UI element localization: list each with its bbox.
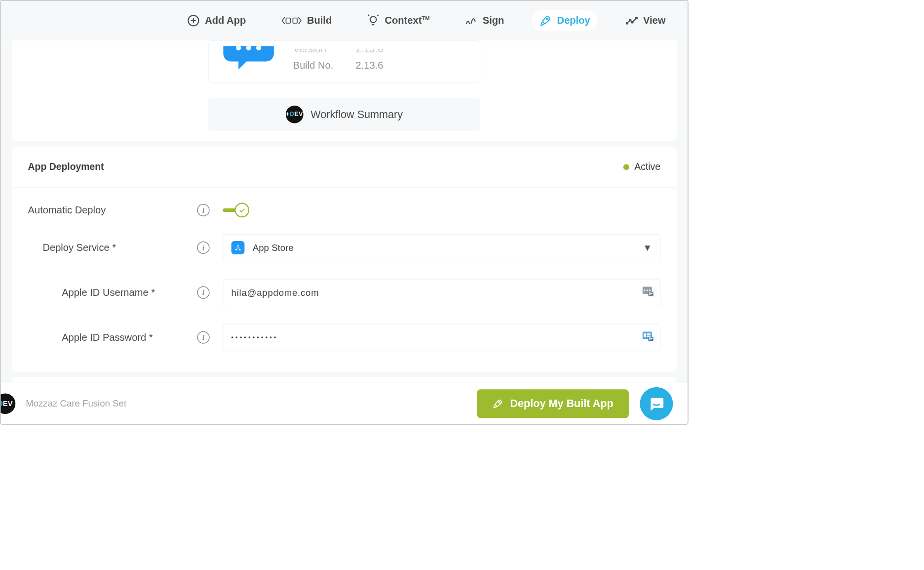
svg-point-20 — [649, 289, 651, 291]
chat-icon — [648, 395, 665, 412]
chart-icon — [625, 14, 638, 27]
row-apple-id-username: Apple ID Username i 9+ — [28, 279, 660, 306]
svg-point-29 — [499, 402, 500, 403]
nav-add-app[interactable]: Add App — [180, 10, 254, 31]
svg-point-19 — [647, 289, 648, 291]
info-icon[interactable]: i — [197, 331, 209, 344]
app-icon — [221, 46, 276, 74]
top-nav: Add App Build ContextTM Sign Deploy View — [0, 0, 688, 40]
rocket-icon — [493, 398, 503, 409]
app-info-box: Version 2.13.6 Build No. 2.13.6 — [208, 41, 480, 83]
row-auto-deploy: Automatic Deploy i — [28, 204, 660, 216]
signature-icon — [465, 14, 477, 27]
svg-text:9+: 9+ — [649, 337, 653, 340]
apple-id-username-label: Apple ID Username — [28, 287, 197, 298]
footer-bar: DEV Mozzaz Care Fusion Set Deploy My Bui… — [0, 383, 688, 424]
nav-view[interactable]: View — [618, 10, 673, 31]
nav-label: Sign — [483, 15, 504, 26]
nav-label: Build — [307, 15, 332, 26]
check-icon — [234, 203, 249, 217]
version-value: 2.13.6 — [355, 49, 383, 55]
nav-context[interactable]: ContextTM — [360, 10, 437, 31]
svg-point-9 — [546, 18, 548, 20]
dev-badge-icon: DEV — [0, 393, 15, 414]
info-icon[interactable]: i — [197, 286, 209, 299]
footer-app-name: Mozzaz Care Fusion Set — [26, 398, 126, 409]
password-manager-icon[interactable]: 9+ — [643, 286, 654, 298]
deploy-my-built-app-button[interactable]: Deploy My Built App — [477, 389, 629, 418]
nav-build[interactable]: Build — [274, 10, 339, 31]
svg-rect-24 — [644, 333, 646, 337]
build-icon — [281, 14, 302, 27]
apple-id-password-label: Apple ID Password — [28, 332, 197, 343]
apple-id-username-input[interactable] — [231, 287, 652, 298]
nav-label: View — [643, 15, 665, 26]
svg-rect-3 — [286, 18, 290, 23]
nav-deploy[interactable]: Deploy — [532, 10, 598, 31]
deploy-service-label: Deploy Service — [28, 242, 197, 253]
build-label: Build No. — [293, 60, 356, 71]
main-content: Version 2.13.6 Build No. 2.13.6 +DEV Wor… — [0, 41, 688, 383]
app-window: Add App Build ContextTM Sign Deploy View — [0, 0, 689, 425]
row-deploy-service: Deploy Service i App Store ▼ — [28, 234, 660, 261]
apple-id-username-field[interactable]: 9+ — [223, 279, 660, 306]
deployment-form: Automatic Deploy i Deploy Service i — [12, 188, 677, 372]
panel-title: App Deployment — [28, 161, 104, 172]
plus-circle-icon — [187, 14, 199, 27]
chevron-down-icon: ▼ — [643, 243, 652, 253]
nav-label: ContextTM — [385, 15, 429, 26]
svg-point-5 — [370, 16, 377, 23]
status-label: Active — [634, 161, 660, 172]
svg-line-7 — [368, 15, 369, 16]
nav-label: Deploy — [557, 15, 590, 26]
status-dot-icon — [623, 164, 629, 170]
nav-label: Add App — [205, 15, 246, 26]
svg-rect-4 — [293, 18, 297, 23]
password-manager-icon[interactable]: 9+ — [643, 331, 654, 343]
row-apple-id-password: Apple ID Password i 9+ — [28, 324, 660, 351]
auto-deploy-label: Automatic Deploy — [28, 204, 197, 216]
svg-point-18 — [644, 289, 645, 291]
panel-header: App Deployment Active — [12, 147, 677, 188]
apple-id-password-field[interactable]: 9+ — [223, 324, 660, 351]
auto-deploy-toggle[interactable] — [223, 208, 660, 212]
dev-badge-icon: +DEV — [286, 106, 304, 123]
svg-line-8 — [378, 15, 379, 16]
rocket-icon — [539, 14, 552, 27]
appstore-icon — [231, 241, 245, 254]
nav-sign[interactable]: Sign — [458, 10, 511, 31]
svg-text:9+: 9+ — [649, 292, 653, 295]
app-info-grid: Version 2.13.6 Build No. 2.13.6 — [293, 49, 384, 71]
info-icon[interactable]: i — [197, 242, 209, 254]
deploy-button-label: Deploy My Built App — [510, 398, 613, 410]
lightbulb-icon — [367, 14, 380, 27]
version-label: Version — [293, 49, 356, 55]
info-icon[interactable]: i — [197, 204, 209, 216]
deploy-service-select[interactable]: App Store ▼ — [223, 234, 660, 261]
svg-rect-25 — [647, 333, 650, 335]
status-badge: Active — [623, 161, 660, 172]
app-summary-card: Version 2.13.6 Build No. 2.13.6 +DEV Wor… — [12, 41, 677, 141]
workflow-summary-label: Workflow Summary — [310, 108, 403, 121]
apple-id-password-input[interactable] — [231, 334, 652, 340]
deployment-panel: App Deployment Active Automatic Deploy i… — [12, 147, 677, 372]
deploy-service-value: App Store — [253, 243, 294, 253]
next-panel-peek — [12, 377, 677, 383]
build-value: 2.13.6 — [355, 60, 383, 71]
workflow-summary-button[interactable]: +DEV Workflow Summary — [208, 98, 480, 131]
chat-support-button[interactable] — [640, 387, 673, 420]
